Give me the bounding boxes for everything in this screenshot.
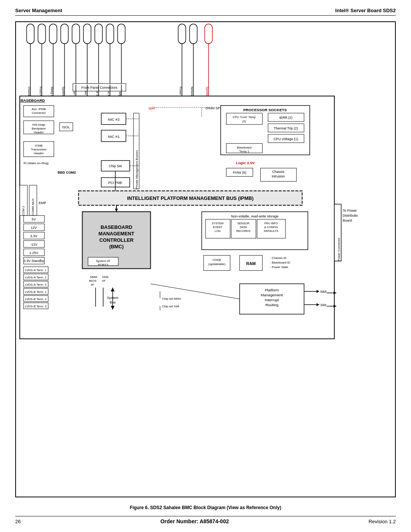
svg-text:(updateable): (updateable) [209,262,226,266]
svg-text:I/F: I/F [91,283,94,286]
svg-text:Distributio: Distributio [343,214,358,217]
page-footer: 26 Order Number: A85874-002 Revision 1.2 [15,516,396,524]
svg-text:CPU Voltage (1): CPU Voltage (1) [274,137,298,141]
svg-text:FANs (6): FANs (6) [233,171,246,174]
svg-text:BBD COM2: BBD COM2 [58,171,76,174]
svg-text:LVDS-B Term. 2: LVDS-B Term. 2 [25,297,46,301]
svg-text:Thermal Trip (2): Thermal Trip (2) [274,126,298,130]
svg-text:INTELLIGENT PLATFORM MANAGEMEN: INTELLIGENT PLATFORM MANAGEMENT BUS (IPM… [127,195,254,201]
page-header: Server Management Intel® Server Board SD… [15,8,396,16]
svg-text:& CONFIG: & CONFIG [264,225,278,229]
svg-rect-3 [38,24,46,44]
svg-text:I/F: I/F [102,279,105,283]
svg-marker-179 [334,305,336,308]
svg-text:Chip set SMI: Chip set SMI [162,305,179,308]
svg-text:CONTROLLER: CONTROLLER [99,237,134,243]
svg-text:NMI: NMI [320,290,327,294]
svg-text:Chip set NMIs: Chip set NMIs [162,297,181,300]
svg-text:LVDS-A Term. 2: LVDS-A Term. 2 [25,276,47,279]
svg-text:Front Panel Connectors: Front Panel Connectors [81,86,118,89]
svg-rect-21 [106,24,114,44]
svg-text:SMS: SMS [102,275,108,279]
svg-text:SMI: SMI [320,303,327,307]
svg-text:Chassis: Chassis [272,170,284,174]
svg-text:5V: 5V [32,217,36,221]
svg-text:Power Connector: Power Connector [337,238,341,261]
svg-text:COM 2: COM 2 [22,206,25,216]
svg-text:SENSOR: SENSOR [237,222,250,225]
svg-text:EMP: EMP [39,201,46,205]
block-diagram-svg: Chassis Intrusion Front Panel NMI Switch… [16,22,395,345]
svg-rect-33 [205,24,212,44]
svg-rect-30 [190,24,197,44]
svg-text:SYSTEM: SYSTEM [212,222,224,225]
svg-rect-27 [178,24,186,44]
svg-text:3.3V Standby: 3.3V Standby [24,259,44,263]
svg-text:IERR (2): IERR (2) [279,116,293,120]
svg-text:Intrusion: Intrusion [272,174,285,178]
figure-caption: Figure 6. SDS2 Sahalee BMC Block Diagram… [15,505,396,510]
svg-rect-15 [83,24,91,44]
svg-text:LVDS-A Term. 1: LVDS-A Term. 1 [25,268,47,272]
svg-text:RECORDS: RECORDS [236,229,250,233]
svg-text:- Power State: - Power State [270,265,288,269]
svg-text:Logic 2.5V: Logic 2.5V [236,161,255,165]
svg-text:LVDS-A Term. 3: LVDS-A Term. 3 [25,283,47,286]
svg-text:ICMB: ICMB [35,144,43,147]
svg-text:COMM MUX: COMM MUX [31,198,35,216]
svg-text:3.3V: 3.3V [30,234,37,238]
diagram-container: Chassis Intrusion Front Panel NMI Switch… [15,21,396,497]
svg-text:Connector: Connector [32,111,46,115]
svg-text:-12V: -12V [30,243,37,246]
svg-rect-6 [49,24,57,44]
svg-text:ISOL: ISOL [62,125,70,129]
svg-text:Baseboard: Baseboard [237,146,251,149]
svg-rect-12 [72,24,80,44]
svg-text:Non-volatile, read-write stora: Non-volatile, read-write storage [231,214,278,218]
svg-text:Platform: Platform [265,288,279,292]
svg-text:CODE: CODE [212,258,221,262]
svg-text:Backplane: Backplane [32,127,46,130]
svg-text:Hot-swap: Hot-swap [32,123,45,126]
svg-text:EVENT: EVENT [213,225,222,229]
svg-text:PORTS: PORTS [98,263,108,267]
svg-text:NIC #1: NIC #1 [108,134,120,139]
svg-text:spkr: spkr [149,106,155,110]
svg-text:MANAGEMENT: MANAGEMENT [99,231,134,236]
svg-text:Management: Management [261,293,283,297]
svg-text:BIOS: BIOS [89,279,96,283]
header-left-title: Server Management [15,8,62,13]
svg-rect-0 [27,24,34,44]
svg-text:Private Management Busses: Private Management Busses [135,150,139,189]
svg-text:RAM: RAM [246,261,256,266]
header-right-title: Intel® Server Board SDS2 [335,8,396,13]
svg-text:Board: Board [343,219,352,222]
footer-page-number: 26 [15,519,21,524]
svg-text:Header: Header [34,131,44,134]
svg-text:DEFAULTS: DEFAULTS [264,229,278,233]
svg-text:FRU INFO: FRU INFO [264,222,278,225]
svg-rect-9 [61,24,68,44]
svg-text:- Chassis ID: - Chassis ID [270,256,287,260]
svg-text:- Baseboard ID: - Baseboard ID [270,261,290,264]
page: Server Management Intel® Server Board SD… [0,0,411,532]
svg-text:RI (Wake-on-Ring): RI (Wake-on-Ring) [24,161,49,165]
svg-text:Header: Header [34,152,44,155]
svg-text:(BMC): (BMC) [109,244,124,249]
svg-rect-24 [118,24,125,44]
svg-text:LVDS-B Term. 1: LVDS-B Term. 1 [25,290,46,294]
footer-revision: Revision 1.2 [368,519,396,524]
svg-text:To Power: To Power [343,209,357,212]
svg-text:Interrupt: Interrupt [265,298,279,302]
svg-text:SMM-: SMM- [90,275,98,279]
svg-text:PROCESSOR SOCKETS: PROCESSOR SOCKETS [243,108,287,112]
svg-text:Routing: Routing [265,303,278,307]
svg-text:BASEBOARD: BASEBOARD [21,98,45,102]
svg-text:Transceiver: Transceiver [31,148,47,151]
svg-text:BASEBOARD: BASEBOARD [100,224,132,230]
svg-text:System I/F: System I/F [96,259,110,263]
svg-text:Temp 1: Temp 1 [239,150,250,153]
svg-marker-174 [334,291,336,294]
svg-text:Aux. IPMB: Aux. IPMB [32,107,46,111]
svg-text:12V: 12V [31,226,37,230]
